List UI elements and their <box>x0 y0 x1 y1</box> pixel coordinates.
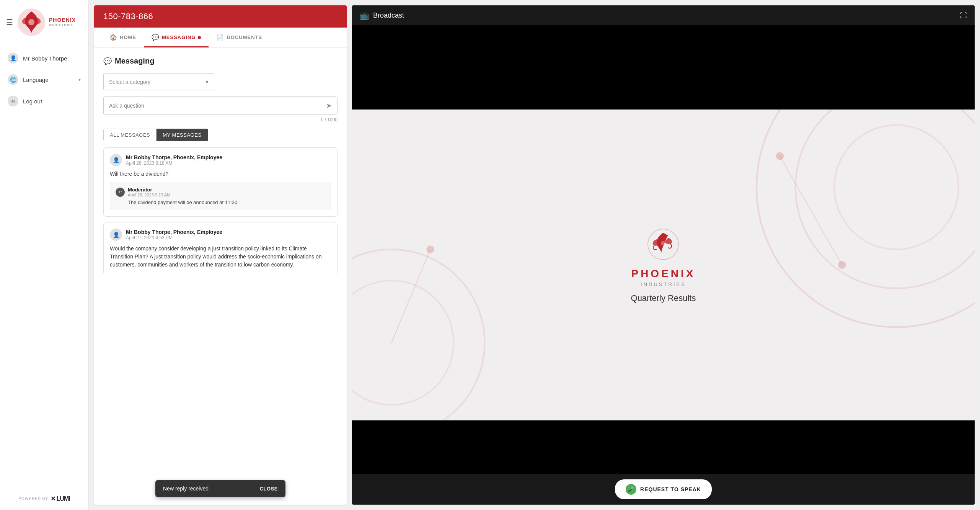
broadcast-panel: 📺 Broadcast ⛶ <box>352 5 975 505</box>
tab-documents[interactable]: 📄 DOCUMENTS <box>209 28 270 47</box>
svg-point-6 <box>352 281 453 405</box>
broadcast-footer: 🎤 REQUEST TO SPEAK <box>352 474 975 505</box>
company-name: PHOENIX <box>631 268 695 280</box>
sidebar-language-label: Language <box>23 77 49 83</box>
messaging-panel: 150-783-866 🏠 HOME 💬 MESSAGING 📄 DOCUMEN… <box>94 5 347 505</box>
toast-close-button[interactable]: CLOSE <box>260 486 278 492</box>
messaging-icon: 💬 <box>152 34 160 41</box>
lumi-logo: ✕ LUMI <box>51 495 70 502</box>
broadcast-slide: PHOENIX INDUSTRIES Quarterly Results <box>352 110 975 420</box>
message-2-meta: Mr Bobby Thorpe, Phoenix, Employee April… <box>126 229 222 240</box>
cast-icon: 📺 <box>360 11 369 20</box>
message-2-body: Would the company consider developing a … <box>110 245 331 269</box>
language-icon: 🌐 <box>8 74 18 85</box>
moderator-1-date: April 28, 2023 9:19 AM <box>128 193 170 197</box>
svg-point-13 <box>661 241 665 245</box>
question-input[interactable] <box>109 103 326 109</box>
category-placeholder: Select a category <box>109 79 150 85</box>
phoenix-logo-icon <box>16 7 47 38</box>
category-select[interactable]: Select a category ▾ <box>103 73 214 90</box>
message-1-date: April 28, 2023 9:18 AM <box>126 160 222 166</box>
logout-icon: ⎋ <box>8 96 18 106</box>
tab-messaging-label: MESSAGING <box>162 34 196 40</box>
tab-all-label: ALL MESSAGES <box>110 132 150 138</box>
messaging-title: 💬 Messaging <box>103 57 338 65</box>
video-area-bottom <box>352 420 975 474</box>
message-2-header: 👤 Mr Bobby Thorpe, Phoenix, Employee Apr… <box>110 229 331 241</box>
svg-point-5 <box>352 249 485 420</box>
slide-content: PHOENIX INDUSTRIES Quarterly Results <box>631 227 696 303</box>
sidebar-navigation: 👤 Mr Bobby Thorpe 🌐 Language ▾ ⎋ Log out <box>0 44 88 115</box>
request-to-speak-label: REQUEST TO SPEAK <box>640 486 701 492</box>
slide-title: Quarterly Results <box>631 293 696 303</box>
question-input-wrapper: ➤ <box>103 96 338 115</box>
phoenix-slide-icon <box>646 227 680 262</box>
tab-documents-label: DOCUMENTS <box>227 34 262 40</box>
messaging-content-area: 💬 Messaging Select a category ▾ ➤ 0 / 10… <box>94 47 347 505</box>
sidebar-item-language[interactable]: 🌐 Language ▾ <box>0 69 88 90</box>
sidebar-logout-label: Log out <box>23 98 42 105</box>
sidebar: ☰ PHOENIX INDUSTRIES 👤 Mr Bobby Thorpe 🌐… <box>0 0 89 510</box>
moderator-1-header: ↩ Moderator April 28, 2023 9:19 AM <box>116 187 325 197</box>
message-card-2: 👤 Mr Bobby Thorpe, Phoenix, Employee Apr… <box>103 222 338 275</box>
documents-icon: 📄 <box>216 34 224 41</box>
moderator-1-body: The dividend payment will be announced a… <box>128 199 325 205</box>
avatar-1: 👤 <box>110 154 122 166</box>
tab-home[interactable]: 🏠 HOME <box>102 28 144 47</box>
tab-all-messages[interactable]: ALL MESSAGES <box>103 129 157 141</box>
message-card-1: 👤 Mr Bobby Thorpe, Phoenix, Employee Apr… <box>103 147 338 217</box>
sidebar-logo-area: ☰ PHOENIX INDUSTRIES <box>0 0 88 44</box>
hamburger-icon[interactable]: ☰ <box>6 18 13 27</box>
moderator-1-meta: Moderator April 28, 2023 9:19 AM <box>128 187 170 197</box>
moderator-1-name: Moderator <box>128 187 170 193</box>
svg-line-11 <box>391 249 430 343</box>
message-2-date: April 27, 2023 4:53 PM <box>126 235 222 240</box>
sidebar-item-logout[interactable]: ⎋ Log out <box>0 90 88 112</box>
messaging-title-icon: 💬 <box>103 57 112 65</box>
powered-by-text: POWERED BY <box>18 497 48 501</box>
tab-my-messages[interactable]: MY MESSAGES <box>157 129 208 141</box>
toast-message: New reply received <box>163 485 209 492</box>
request-to-speak-button[interactable]: 🎤 REQUEST TO SPEAK <box>615 479 712 499</box>
message-2-author: Mr Bobby Thorpe, Phoenix, Employee <box>126 229 222 235</box>
svg-point-4 <box>834 125 959 250</box>
message-tabs: ALL MESSAGES MY MESSAGES <box>103 129 338 141</box>
home-icon: 🏠 <box>109 34 117 41</box>
video-area-top <box>352 25 975 110</box>
main-tabs: 🏠 HOME 💬 MESSAGING 📄 DOCUMENTS <box>94 28 347 47</box>
broadcast-header: 📺 Broadcast ⛶ <box>352 5 975 25</box>
sidebar-item-user[interactable]: 👤 Mr Bobby Thorpe <box>0 47 88 69</box>
svg-point-7 <box>776 152 784 160</box>
user-icon: 👤 <box>8 53 18 64</box>
svg-point-2 <box>757 110 975 327</box>
brand-name: PHOENIX <box>49 17 76 23</box>
logo-wrapper: PHOENIX INDUSTRIES <box>16 7 76 38</box>
send-button[interactable]: ➤ <box>326 101 332 110</box>
message-1-author: Mr Bobby Thorpe, Phoenix, Employee <box>126 154 222 160</box>
phoenix-slide-logo: PHOENIX INDUSTRIES <box>631 268 695 287</box>
message-1-body: Will there be a dividend? <box>110 170 331 178</box>
svg-point-3 <box>796 110 975 288</box>
tab-home-label: HOME <box>120 34 136 40</box>
message-1-header: 👤 Mr Bobby Thorpe, Phoenix, Employee Apr… <box>110 154 331 166</box>
chevron-down-icon: ▾ <box>78 77 81 82</box>
tab-messaging[interactable]: 💬 MESSAGING <box>144 28 209 47</box>
company-subtitle: INDUSTRIES <box>641 281 686 287</box>
toast-notification: New reply received CLOSE <box>155 480 285 497</box>
broadcast-title-label: Broadcast <box>373 11 404 20</box>
char-count: 0 / 1000 <box>103 117 338 123</box>
reply-icon-1: ↩ <box>116 188 125 197</box>
tab-my-label: MY MESSAGES <box>163 132 201 138</box>
fullscreen-icon[interactable]: ⛶ <box>960 11 967 20</box>
sidebar-user-name: Mr Bobby Thorpe <box>23 55 67 62</box>
brand-subtitle: INDUSTRIES <box>49 23 76 27</box>
avatar-2: 👤 <box>110 229 122 241</box>
powered-by-lumi: POWERED BY ✕ LUMI <box>0 495 88 502</box>
notification-dot <box>198 36 201 39</box>
svg-point-1 <box>28 19 34 25</box>
broadcast-title: 📺 Broadcast <box>360 11 404 20</box>
messaging-heading: Messaging <box>115 57 154 65</box>
moderator-reply-1: ↩ Moderator April 28, 2023 9:19 AM The d… <box>110 182 331 210</box>
phone-number: 150-783-866 <box>103 11 153 21</box>
category-chevron-icon: ▾ <box>205 78 209 85</box>
